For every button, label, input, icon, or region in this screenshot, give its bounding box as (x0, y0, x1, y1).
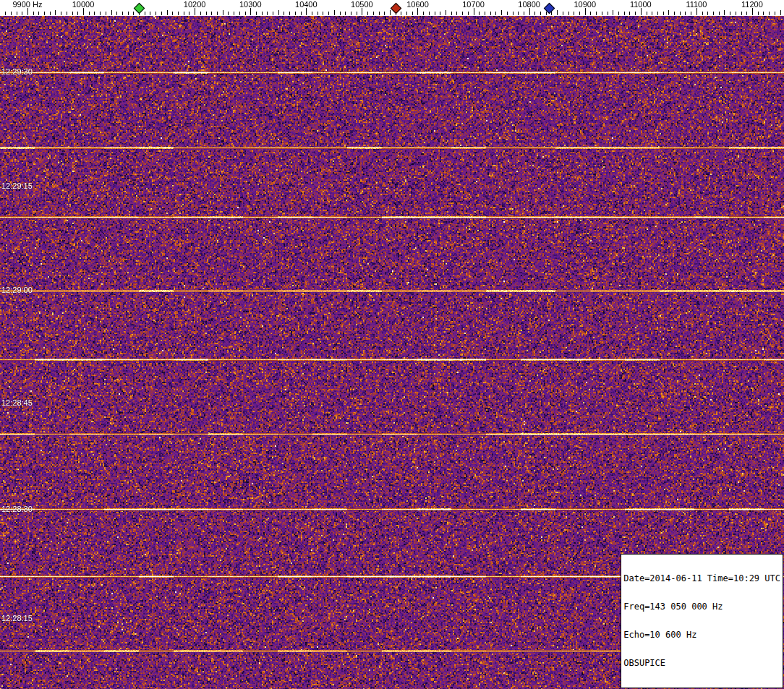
time-tick-label: 12:29:00 (1, 286, 33, 294)
info-echo-line: Echo=10 600 Hz (623, 630, 780, 640)
freq-tick-label: 10600 (406, 0, 429, 9)
freq-tick-label: 11000 (630, 0, 652, 9)
info-date-line: Date=2014-06-11 Time=10:29 UTC (623, 574, 780, 583)
freq-tick-label: 10000 (72, 0, 95, 9)
freq-tick-label: 9900 Hz (12, 0, 42, 9)
status-info-box: Date=2014-06-11 Time=10:29 UTC Freq=143 … (621, 554, 783, 688)
freq-tick-label: 10500 (351, 0, 373, 9)
freq-tick-label: 11100 (686, 0, 707, 9)
waterfall-area[interactable]: 12:29:3012:29:1512:29:0012:28:4512:28:30… (0, 16, 784, 689)
freq-tick-label: 11200 (741, 0, 763, 9)
info-freq-line: Freq=143 050 000 Hz (623, 602, 780, 612)
time-tick-label: 12:28:45 (1, 398, 33, 407)
freq-tick-label: 10400 (295, 0, 318, 9)
frequency-axis: 9900 Hz100001020010300104001050010600107… (0, 0, 784, 16)
time-tick-label: 12:29:15 (1, 181, 33, 190)
time-tick-label: 12:28:30 (1, 505, 33, 513)
freq-tick-label: 10800 (518, 0, 540, 9)
freq-tick-label: 10700 (462, 0, 485, 9)
waterfall-spectrogram-window: 9900 Hz100001020010300104001050010600107… (0, 0, 784, 689)
time-tick-label: 12:28:15 (1, 614, 33, 622)
freq-tick-label: 10900 (574, 0, 596, 9)
freq-tick-label: 10200 (184, 0, 206, 9)
time-tick-label: 12:29:30 (1, 67, 33, 76)
info-station-line: OBSUPICE (623, 659, 780, 668)
freq-tick-label: 10300 (239, 0, 262, 9)
